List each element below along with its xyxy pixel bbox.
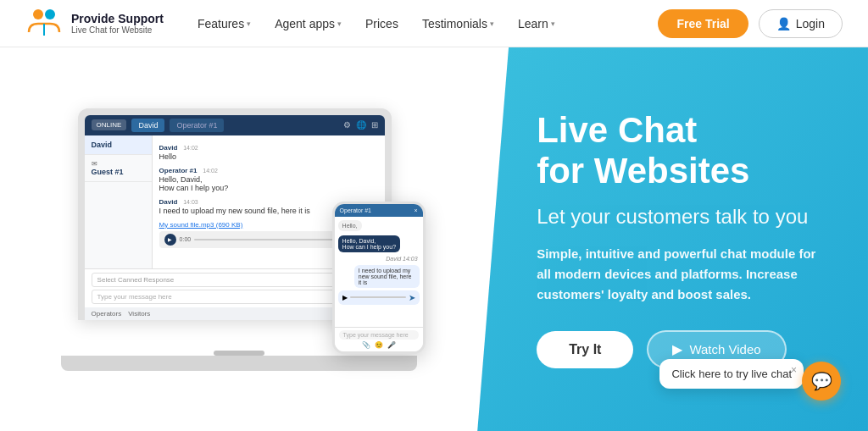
mobile-msg-operator: Hello, David,How can I help you? xyxy=(338,235,400,252)
mobile-time: David 14:03 xyxy=(338,255,420,262)
mobile-progress xyxy=(350,296,406,298)
svg-point-1 xyxy=(45,9,55,19)
mobile-bottom-icons: 📎 😊 🎤 xyxy=(339,341,419,349)
mobile-attach-icon[interactable]: 📎 xyxy=(362,341,370,349)
contacts-sidebar: David ✉ Guest #1 xyxy=(85,135,153,268)
online-status: ONLINE xyxy=(92,119,127,130)
login-button[interactable]: 👤 Login xyxy=(759,9,843,38)
mobile-play-icon[interactable]: ▶ xyxy=(342,294,348,301)
brand-tagline: Live Chat for Website xyxy=(71,25,164,35)
email-icon: ✉ xyxy=(92,160,145,168)
mobile-msg-hello: Hello, xyxy=(338,220,362,231)
tab-operators[interactable]: Operators xyxy=(92,310,122,318)
tooltip-close-button[interactable]: × xyxy=(791,364,797,376)
chat-header: ONLINE David Operator #1 ⚙ 🌐 ⊞ xyxy=(85,115,385,135)
svg-point-0 xyxy=(33,9,43,19)
laptop-mockup: ONLINE David Operator #1 ⚙ 🌐 ⊞ xyxy=(61,108,417,371)
tab-operator[interactable]: Operator #1 xyxy=(170,119,224,132)
nav-features[interactable]: Features ▾ xyxy=(198,17,251,30)
mobile-input-area: Type your message here 📎 😊 🎤 xyxy=(335,327,423,351)
mobile-audio: ▶ ➤ xyxy=(338,290,420,305)
mobile-mockup: Operator #1 × Hello, Hello, David,How ca… xyxy=(332,202,426,354)
youtube-icon: ▶ xyxy=(672,341,682,357)
laptop-base xyxy=(61,356,417,371)
mobile-input[interactable]: Type your message here xyxy=(339,330,419,340)
chevron-down-icon: ▾ xyxy=(337,19,342,28)
settings-icon[interactable]: ⚙ xyxy=(343,120,351,130)
tooltip-text: Click here to try live chat xyxy=(671,367,792,380)
logo-text: Provide Support Live Chat for Website xyxy=(71,12,164,35)
nav-testimonials[interactable]: Testimonials ▾ xyxy=(422,17,494,30)
nav-learn[interactable]: Learn ▾ xyxy=(518,17,555,30)
nav-agent-apps[interactable]: Agent apps ▾ xyxy=(275,17,342,30)
mobile-send-icon[interactable]: ➤ xyxy=(409,293,415,302)
chat-widget-button[interactable]: 💬 xyxy=(802,362,841,401)
hero-description: Simple, intuitive and powerful chat modu… xyxy=(537,244,826,305)
mobile-chat-body: Hello, Hello, David,How can I help you? … xyxy=(335,217,423,308)
chat-tooltip: Click here to try live chat × xyxy=(659,359,804,389)
try-it-button[interactable]: Try It xyxy=(537,331,633,368)
free-trial-button[interactable]: Free Trial xyxy=(658,9,748,38)
expand-icon[interactable]: ⊞ xyxy=(371,120,378,130)
hero-subtitle: Let your customers talk to you xyxy=(537,205,826,229)
mobile-mic-icon[interactable]: 🎤 xyxy=(387,341,396,349)
contact-guest1[interactable]: ✉ Guest #1 xyxy=(85,155,152,182)
mobile-header-label: Operator #1 xyxy=(340,207,371,213)
mobile-close-icon[interactable]: × xyxy=(415,207,418,213)
play-button[interactable]: ▶ xyxy=(164,234,176,246)
chevron-down-icon: ▾ xyxy=(490,19,494,28)
nav-prices[interactable]: Prices xyxy=(365,17,398,30)
globe-icon[interactable]: 🌐 xyxy=(356,120,366,130)
progress-bar[interactable] xyxy=(194,239,345,240)
chat-icon: 💬 xyxy=(811,371,832,391)
tab-visitors[interactable]: Visitors xyxy=(128,310,150,318)
navbar: Provide Support Live Chat for Website Fe… xyxy=(0,0,868,47)
nav-actions: Free Trial 👤 Login xyxy=(658,9,843,38)
hero-title: Live Chat for Websites xyxy=(537,110,826,192)
laptop-notch xyxy=(214,351,264,356)
chevron-down-icon: ▾ xyxy=(247,19,251,28)
mobile-msg-user: I need to upload my new sound file, here… xyxy=(354,265,420,288)
mobile-header: Operator #1 × xyxy=(335,204,423,217)
nav-links: Features ▾ Agent apps ▾ Prices Testimoni… xyxy=(198,17,659,30)
tab-david[interactable]: David xyxy=(131,119,164,132)
left-panel: ONLINE David Operator #1 ⚙ 🌐 ⊞ xyxy=(0,47,477,431)
login-icon: 👤 xyxy=(776,17,791,30)
message-2: Operator #1 14:02 Hello, David,How can I… xyxy=(159,165,378,192)
logo[interactable]: Provide Support Live Chat for Website xyxy=(25,3,164,44)
contact-david[interactable]: David xyxy=(85,135,152,155)
chevron-down-icon: ▾ xyxy=(551,19,555,28)
mobile-emoji-icon[interactable]: 😊 xyxy=(375,341,383,349)
logo-icon xyxy=(25,3,63,44)
brand-name: Provide Support xyxy=(71,12,164,25)
message-1: David 14:02 Hello xyxy=(159,142,378,161)
chat-toolbar: ⚙ 🌐 ⊞ xyxy=(343,120,378,130)
